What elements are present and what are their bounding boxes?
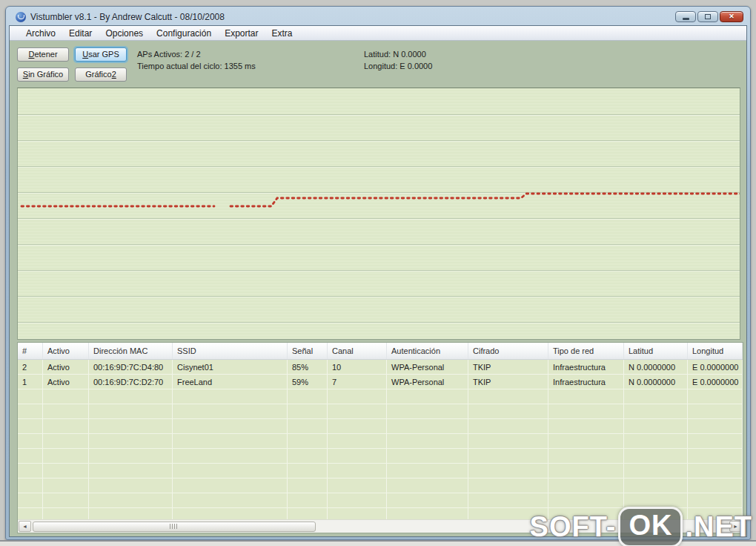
column-header-senal[interactable]: Señal bbox=[288, 343, 328, 359]
cell: 1 bbox=[18, 375, 43, 389]
cell bbox=[688, 404, 743, 419]
maximize-icon bbox=[705, 14, 711, 19]
cell: Activo bbox=[43, 375, 89, 389]
cell bbox=[43, 404, 89, 419]
window-title: Vistumbler v8.1 - By Andrew Calcutt - 08… bbox=[30, 12, 675, 22]
cell bbox=[18, 449, 43, 464]
cell bbox=[18, 389, 43, 404]
cell bbox=[18, 493, 43, 508]
cell bbox=[624, 419, 688, 434]
cell bbox=[387, 389, 468, 404]
column-header-latitud[interactable]: Latitud bbox=[624, 343, 688, 359]
watermark: SOFT- OK .NET bbox=[530, 507, 752, 546]
cell: 00:16:9D:7C:D2:70 bbox=[89, 375, 173, 389]
menu-item-exportar[interactable]: Exportar bbox=[218, 27, 265, 40]
cell: FreeLand bbox=[173, 375, 288, 389]
cell bbox=[328, 449, 387, 464]
table-row[interactable]: 1Activo00:16:9D:7C:D2:70FreeLand59%7WPA-… bbox=[18, 375, 743, 389]
cell bbox=[688, 449, 743, 464]
sin-grafico-button[interactable]: Sin Gráfico bbox=[17, 68, 69, 82]
column-header-ssid[interactable]: SSID bbox=[173, 343, 288, 359]
menu-item-configuracion[interactable]: Configuración bbox=[150, 27, 218, 40]
cell bbox=[548, 434, 624, 449]
grafico2-button[interactable]: Gráfico2 bbox=[75, 68, 127, 82]
cell bbox=[173, 434, 288, 449]
cell bbox=[624, 478, 688, 493]
cell bbox=[387, 419, 468, 434]
cell bbox=[468, 464, 548, 478]
cell bbox=[89, 449, 173, 464]
column-header-cifrado[interactable]: Cifrado bbox=[468, 343, 548, 359]
cell bbox=[387, 493, 468, 508]
cell bbox=[173, 419, 288, 434]
empty-row bbox=[18, 478, 743, 493]
maximize-button[interactable] bbox=[697, 11, 718, 22]
cell bbox=[288, 419, 328, 434]
cell bbox=[89, 434, 173, 449]
cell bbox=[468, 493, 548, 508]
cell bbox=[43, 464, 89, 478]
close-button[interactable]: ✕ bbox=[720, 11, 743, 22]
cell bbox=[328, 478, 387, 493]
app-window: Vistumbler v8.1 - By Andrew Calcutt - 08… bbox=[5, 6, 751, 540]
cell bbox=[468, 478, 548, 493]
column-header-activo[interactable]: Activo bbox=[43, 343, 89, 359]
cell bbox=[688, 478, 743, 493]
detener-button[interactable]: Detener bbox=[17, 47, 69, 62]
ciclo-text: Tiempo actual del ciclo: 1355 ms bbox=[137, 60, 256, 72]
cell bbox=[468, 434, 548, 449]
table-row[interactable]: 2Activo00:16:9D:7C:D4:80Cisynet0185%10WP… bbox=[18, 360, 743, 375]
column-header--[interactable]: # bbox=[18, 343, 43, 359]
usar-gps-button[interactable]: Usar GPS bbox=[75, 47, 127, 62]
cell bbox=[173, 464, 288, 478]
column-header-tipo-de-red[interactable]: Tipo de red bbox=[548, 343, 624, 359]
cell bbox=[624, 434, 688, 449]
column-header-longitud[interactable]: Longitud bbox=[688, 343, 743, 359]
cell bbox=[468, 404, 548, 419]
cell bbox=[548, 464, 624, 478]
cell bbox=[43, 493, 89, 508]
cell bbox=[173, 493, 288, 508]
cell bbox=[173, 389, 288, 404]
scroll-left-button[interactable]: ◄ bbox=[19, 521, 31, 532]
client-area: ArchivoEditarOpcionesConfiguraciónExport… bbox=[9, 25, 747, 537]
cell bbox=[43, 449, 89, 464]
minimize-icon bbox=[683, 18, 689, 20]
cell bbox=[288, 434, 328, 449]
cell bbox=[173, 449, 288, 464]
menu-item-extra[interactable]: Extra bbox=[265, 27, 299, 40]
cell bbox=[387, 434, 468, 449]
cell bbox=[18, 478, 43, 493]
cell: 2 bbox=[18, 360, 43, 375]
column-header-direccion-mac[interactable]: Dirección MAC bbox=[89, 343, 173, 359]
menu-item-editar[interactable]: Editar bbox=[62, 27, 99, 40]
empty-row bbox=[18, 404, 743, 419]
cell bbox=[387, 464, 468, 478]
cell bbox=[624, 389, 688, 404]
column-header-canal[interactable]: Canal bbox=[328, 343, 387, 359]
cell bbox=[18, 434, 43, 449]
menu-item-opciones[interactable]: Opciones bbox=[99, 27, 150, 40]
cell bbox=[18, 464, 43, 478]
cell: WPA-Personal bbox=[387, 360, 468, 375]
cell bbox=[468, 449, 548, 464]
menu-item-archivo[interactable]: Archivo bbox=[19, 27, 62, 40]
title-bar[interactable]: Vistumbler v8.1 - By Andrew Calcutt - 08… bbox=[9, 7, 747, 25]
scrollbar-thumb[interactable] bbox=[33, 522, 316, 532]
cell bbox=[328, 419, 387, 434]
cell bbox=[387, 508, 468, 519]
empty-row bbox=[18, 389, 743, 404]
column-header-autenticacion[interactable]: Autenticación bbox=[387, 343, 468, 359]
cell: N 0.0000000 bbox=[624, 375, 688, 389]
menu-bar: ArchivoEditarOpcionesConfiguraciónExport… bbox=[10, 26, 746, 41]
cell bbox=[288, 478, 328, 493]
cell: 85% bbox=[288, 360, 328, 375]
cell bbox=[89, 389, 173, 404]
cell bbox=[288, 404, 328, 419]
cell bbox=[89, 464, 173, 478]
cell bbox=[288, 493, 328, 508]
minimize-button[interactable] bbox=[675, 11, 696, 22]
cell bbox=[387, 478, 468, 493]
cell bbox=[328, 464, 387, 478]
cell: WPA-Personal bbox=[387, 375, 468, 389]
